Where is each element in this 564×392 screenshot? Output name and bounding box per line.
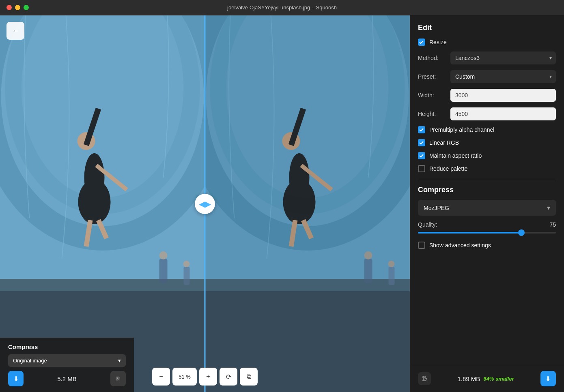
svg-point-13 [159, 251, 168, 259]
premultiply-label: Premultiply alpha channel [429, 126, 494, 133]
zoom-in-button[interactable]: + [199, 368, 217, 386]
traffic-lights [6, 5, 29, 10]
left-image-svg [0, 15, 205, 392]
svg-point-8 [78, 180, 111, 224]
left-compress-panel: Compress Original image ▾ ⬇ 5.2 MB ⎘ [0, 338, 134, 392]
right-panel-bottom: 🗜 1.89 MB 64% smaller ⬇ [410, 365, 564, 392]
preset-select-wrapper: Custom Original 800x600 1280x720 1920x10… [450, 70, 556, 83]
right-image-svg [205, 15, 410, 392]
linear-rgb-row: Linear RGB [418, 139, 556, 146]
width-label: Width: [418, 92, 450, 99]
rotate-icon: ⟳ [226, 373, 231, 381]
left-compress-title: Compress [8, 343, 126, 350]
quality-slider-thumb[interactable] [518, 229, 525, 236]
height-row: Height: [418, 107, 556, 120]
title-bar: joelvalve-OjaSYYejvyI-unsplash.jpg – Squ… [0, 0, 564, 15]
svg-rect-14 [184, 267, 190, 285]
svg-point-15 [183, 261, 190, 267]
linear-rgb-label: Linear RGB [429, 139, 459, 146]
preset-row: Preset: Custom Original 800x600 1280x720… [418, 70, 556, 83]
width-input[interactable] [450, 89, 556, 102]
left-copy-button[interactable]: ⎘ [110, 371, 126, 386]
minimize-button[interactable] [15, 5, 20, 10]
right-file-info: 1.89 MB 64% smaller [457, 375, 514, 382]
left-copy-icon: ⎘ [116, 375, 120, 382]
resize-label: Resize [429, 39, 447, 45]
left-format-selector[interactable]: Original image ▾ [8, 354, 126, 367]
quality-slider[interactable] [418, 232, 556, 233]
right-download-button[interactable]: ⬇ [540, 371, 556, 386]
right-panel: Edit Resize Method: Lanczos3 Mitchell [410, 15, 564, 392]
svg-rect-30 [389, 267, 395, 285]
maintain-aspect-label: Maintain aspect ratio [429, 152, 482, 159]
right-download-icon: ⬇ [545, 375, 551, 383]
drag-handle[interactable]: ◀▶ [195, 194, 215, 214]
compress-format-row[interactable]: MozJPEG ▾ [418, 200, 556, 216]
svg-rect-28 [364, 259, 372, 283]
maintain-aspect-checkbox[interactable] [418, 152, 425, 159]
resize-check-icon [419, 40, 424, 45]
linear-rgb-checkbox[interactable] [418, 139, 425, 146]
reduce-palette-row: Reduce palette [418, 165, 556, 172]
premultiply-check-icon [419, 127, 424, 132]
resize-row: Resize [418, 39, 556, 46]
height-label: Height: [418, 111, 450, 117]
drag-arrows-icon: ◀▶ [199, 199, 211, 209]
reduce-palette-label: Reduce palette [429, 165, 467, 172]
zoom-in-icon: + [206, 373, 210, 380]
fullscreen-button[interactable] [24, 5, 29, 10]
method-row: Method: Lanczos3 Mitchell Catmull-Rom Tr… [418, 51, 556, 64]
premultiply-checkbox[interactable] [418, 126, 425, 133]
zoom-out-button[interactable]: − [152, 368, 170, 386]
image-area: ◀▶ ← Compress Original image ▾ ⬇ 5.2 MB … [0, 15, 410, 392]
back-button[interactable]: ← [6, 22, 24, 40]
maintain-aspect-row: Maintain aspect ratio [418, 152, 556, 159]
svg-point-29 [364, 251, 372, 259]
quality-slider-container [418, 232, 556, 233]
left-file-size: 5.2 MB [57, 375, 77, 382]
crop-button[interactable]: ⧉ [240, 368, 258, 386]
reduce-palette-checkbox[interactable] [418, 165, 425, 172]
left-format-arrow-icon: ▾ [118, 358, 121, 364]
method-label: Method: [418, 55, 450, 61]
width-row: Width: [418, 89, 556, 102]
method-select[interactable]: Lanczos3 Mitchell Catmull-Rom Triangle [450, 51, 556, 64]
preset-label: Preset: [418, 73, 450, 80]
size-reduction-badge: 64% smaller [483, 376, 514, 382]
zoom-display: 51 % [172, 368, 197, 386]
left-download-icon: ⬇ [13, 375, 19, 383]
show-advanced-checkbox[interactable] [418, 242, 425, 249]
left-format-label: Original image [13, 358, 47, 364]
resize-checkbox[interactable] [418, 39, 425, 46]
edit-section-title: Edit [418, 24, 556, 32]
svg-rect-12 [159, 259, 168, 283]
close-button[interactable] [6, 5, 12, 10]
image-left [0, 15, 205, 392]
left-download-bar: ⬇ 5.2 MB ⎘ [8, 371, 126, 386]
height-input[interactable] [450, 107, 556, 120]
zoom-percent: 51 % [179, 374, 191, 380]
main-container: ◀▶ ← Compress Original image ▾ ⬇ 5.2 MB … [0, 15, 564, 392]
linear-rgb-check-icon [419, 140, 424, 145]
window-title: joelvalve-OjaSYYejvyI-unsplash.jpg – Squ… [227, 4, 337, 11]
svg-point-31 [388, 261, 395, 267]
premultiply-row: Premultiply alpha channel [418, 126, 556, 133]
maintain-aspect-check-icon [419, 153, 424, 158]
svg-point-24 [283, 180, 316, 224]
right-panel-content: Edit Resize Method: Lanczos3 Mitchell [410, 15, 564, 365]
quality-value: 75 [544, 221, 556, 228]
preset-select[interactable]: Custom Original 800x600 1280x720 1920x10… [450, 70, 556, 83]
section-divider [418, 179, 556, 179]
quality-slider-fill [418, 232, 521, 233]
compress-format-arrow-icon: ▾ [547, 204, 550, 212]
rotate-button[interactable]: ⟳ [220, 368, 237, 386]
back-arrow-icon: ← [12, 27, 19, 35]
image-right [205, 15, 410, 392]
compress-format-label: MozJPEG [424, 205, 449, 211]
left-download-button[interactable]: ⬇ [8, 371, 24, 386]
crop-icon: ⧉ [247, 373, 251, 380]
squoosh-logo-icon: 🗜 [422, 375, 427, 382]
right-squoosh-icon: 🗜 [418, 372, 431, 385]
compress-section-title: Compress [418, 186, 556, 194]
show-advanced-row: Show advanced settings [418, 242, 556, 249]
